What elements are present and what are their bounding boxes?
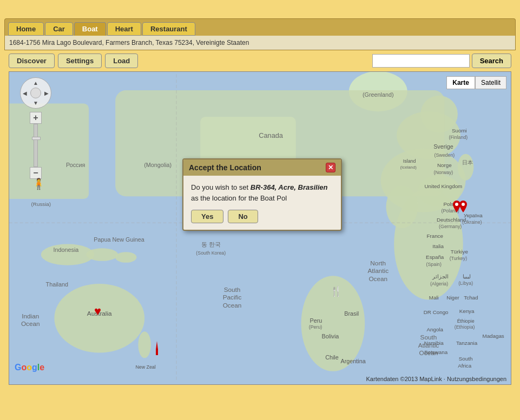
- dialog-no-button[interactable]: No: [228, 210, 258, 223]
- top-bar: [0, 0, 520, 15]
- tab-heart[interactable]: Heart: [107, 22, 141, 36]
- address-bar: 1684-1756 Mira Lago Boulevard, Farmers B…: [4, 36, 516, 50]
- tab-car[interactable]: Car: [45, 22, 73, 36]
- toolbar: Discover Settings Load Search: [4, 50, 516, 71]
- tab-boat[interactable]: Boat: [74, 22, 106, 36]
- dialog-buttons: Yes No: [191, 210, 333, 223]
- search-button[interactable]: Search: [472, 54, 511, 68]
- location-dialog: Accept the Location ✕ Do you wish to set…: [182, 158, 342, 231]
- search-container: Search: [372, 54, 511, 68]
- settings-button[interactable]: Settings: [58, 54, 102, 68]
- dialog-message: Do you wish to set BR-364, Acre, Brasili…: [191, 182, 333, 203]
- load-button[interactable]: Load: [105, 54, 138, 68]
- discover-button[interactable]: Discover: [9, 54, 55, 68]
- dialog-message-prefix: Do you wish to set: [191, 183, 251, 191]
- search-input[interactable]: [372, 54, 470, 68]
- dialog-message-suffix: as the location for the Boat Pol: [191, 194, 287, 202]
- dialog-close-button[interactable]: ✕: [326, 163, 335, 172]
- map-container: Canada (Greenland) North Atlantic Ocean …: [9, 71, 511, 385]
- dialog-location-name: BR-364, Acre, Brasilien: [251, 183, 328, 191]
- tab-bar: Home Car Boat Heart Restaurant: [4, 18, 516, 36]
- tab-restaurant[interactable]: Restaurant: [142, 22, 195, 36]
- dialog-yes-button[interactable]: Yes: [191, 210, 223, 223]
- address-text: 1684-1756 Mira Lago Boulevard, Farmers B…: [9, 39, 249, 46]
- main-container: Home Car Boat Heart Restaurant 1684-1756…: [0, 15, 520, 392]
- dialog-title: Accept the Location: [189, 163, 261, 172]
- dialog-header: Accept the Location ✕: [183, 159, 341, 176]
- tab-home[interactable]: Home: [8, 22, 44, 36]
- dialog-overlay: Accept the Location ✕ Do you wish to set…: [9, 72, 511, 384]
- dialog-body: Do you wish to set BR-364, Acre, Brasili…: [183, 176, 341, 230]
